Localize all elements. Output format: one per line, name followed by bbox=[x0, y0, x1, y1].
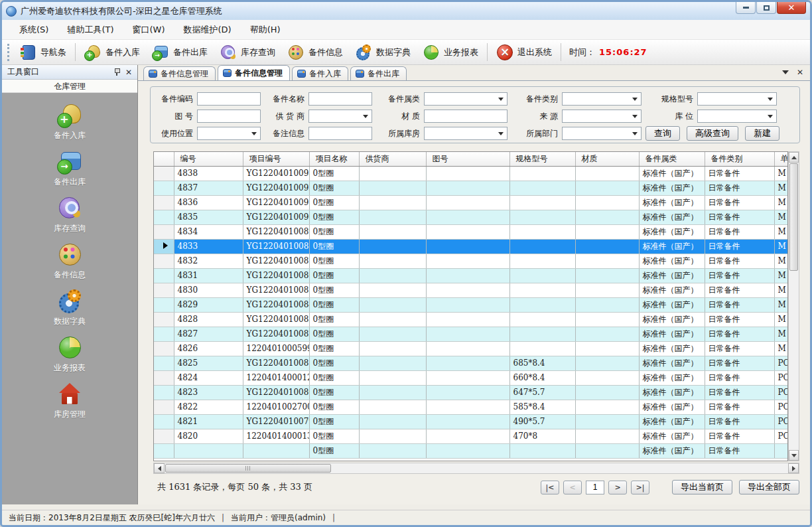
minimize-button[interactable] bbox=[736, 2, 756, 14]
column-header[interactable]: 材质 bbox=[575, 152, 639, 166]
menu-item[interactable]: 系统(S) bbox=[10, 21, 58, 39]
table-cell[interactable] bbox=[509, 297, 575, 312]
table-cell[interactable] bbox=[426, 239, 509, 254]
table-cell[interactable]: 标准件（国产） bbox=[639, 283, 705, 297]
tab-menu-icon[interactable] bbox=[782, 70, 789, 74]
export-current-page-button[interactable]: 导出当前页 bbox=[672, 480, 732, 494]
table-cell[interactable]: YG12204010087 bbox=[243, 254, 309, 268]
table-cell[interactable] bbox=[174, 443, 243, 458]
table-cell[interactable]: 日常备件 bbox=[705, 312, 774, 327]
table-cell[interactable]: 0型圈 bbox=[309, 312, 359, 327]
table-cell[interactable]: YG12204010084 bbox=[243, 297, 309, 312]
sidebar-item[interactable]: 数据字典 bbox=[54, 288, 86, 327]
table-cell[interactable]: YG12204010088 bbox=[243, 239, 309, 254]
table-cell[interactable]: 0型圈 bbox=[309, 297, 359, 312]
table-cell[interactable]: 标准件（国产） bbox=[639, 268, 705, 283]
table-cell[interactable]: 4833 bbox=[174, 239, 243, 254]
table-cell[interactable] bbox=[575, 356, 639, 370]
table-cell[interactable] bbox=[575, 166, 639, 181]
table-cell[interactable]: YG12204010081 bbox=[243, 356, 309, 370]
sidebar-item[interactable]: 备件入库 bbox=[54, 102, 86, 141]
table-cell[interactable] bbox=[426, 370, 509, 385]
table-cell[interactable] bbox=[509, 210, 575, 224]
vertical-scroll-thumb[interactable] bbox=[789, 163, 798, 271]
table-cell[interactable] bbox=[509, 195, 575, 210]
table-cell[interactable]: M bbox=[774, 210, 788, 224]
search-input[interactable] bbox=[197, 110, 261, 123]
table-cell[interactable] bbox=[575, 312, 639, 327]
table-cell[interactable] bbox=[426, 210, 509, 224]
table-cell[interactable] bbox=[509, 239, 575, 254]
table-row[interactable]: 4827YG122040100820型圈标准件（国产）日常备件M bbox=[154, 327, 788, 341]
table-cell[interactable]: 4820 bbox=[174, 429, 243, 443]
table-row[interactable]: 4837YG122040100920型圈标准件（国产）日常备件M bbox=[154, 181, 788, 195]
table-cell[interactable]: 日常备件 bbox=[705, 414, 774, 429]
table-cell[interactable]: 585*8.4 bbox=[509, 400, 575, 414]
last-page-button[interactable]: >| bbox=[631, 481, 649, 494]
table-cell[interactable] bbox=[575, 239, 639, 254]
table-cell[interactable]: 4834 bbox=[174, 224, 243, 239]
table-cell[interactable]: 4831 bbox=[174, 268, 243, 283]
table-cell[interactable]: 1220401002700 bbox=[243, 400, 309, 414]
toolbar-item[interactable]: 备件出库 bbox=[146, 42, 214, 63]
table-cell[interactable] bbox=[575, 268, 639, 283]
table-row[interactable]: 4830YG122040100850型圈标准件（国产）日常备件M bbox=[154, 283, 788, 297]
row-header-cell[interactable] bbox=[154, 400, 174, 414]
table-cell[interactable]: 4837 bbox=[174, 181, 243, 195]
column-header[interactable]: 备件类别 bbox=[705, 152, 774, 166]
tab[interactable]: 备件出库 bbox=[350, 66, 407, 80]
row-header-cell[interactable] bbox=[154, 166, 174, 181]
table-cell[interactable]: YG12204010082 bbox=[243, 327, 309, 341]
table-cell[interactable] bbox=[359, 370, 426, 385]
row-header-cell[interactable] bbox=[154, 224, 174, 239]
search-dropdown[interactable] bbox=[562, 110, 642, 123]
table-cell[interactable] bbox=[575, 327, 639, 341]
table-cell[interactable]: 0型圈 bbox=[309, 166, 359, 181]
table-cell[interactable] bbox=[359, 385, 426, 400]
column-header[interactable]: 供货商 bbox=[359, 152, 426, 166]
first-page-button[interactable]: |< bbox=[541, 481, 559, 494]
table-cell[interactable]: YG12204010086 bbox=[243, 268, 309, 283]
pin-icon[interactable] bbox=[113, 68, 120, 76]
table-cell[interactable]: 0型圈 bbox=[309, 400, 359, 414]
table-cell[interactable]: 490*5.7 bbox=[509, 414, 575, 429]
table-cell[interactable] bbox=[243, 443, 309, 458]
table-cell[interactable]: 日常备件 bbox=[705, 297, 774, 312]
table-cell[interactable]: 标准件（国产） bbox=[639, 239, 705, 254]
table-cell[interactable] bbox=[359, 224, 426, 239]
table-cell[interactable]: 4836 bbox=[174, 195, 243, 210]
table-cell[interactable] bbox=[575, 443, 639, 458]
table-cell[interactable] bbox=[509, 283, 575, 297]
table-cell[interactable] bbox=[575, 414, 639, 429]
table-cell[interactable]: 4823 bbox=[174, 385, 243, 400]
sidebar-item[interactable]: 备件出库 bbox=[54, 149, 86, 188]
table-row[interactable]: 4831YG122040100860型圈标准件（国产）日常备件M bbox=[154, 268, 788, 283]
tab[interactable]: 备件入库 bbox=[292, 66, 348, 80]
table-cell[interactable] bbox=[359, 429, 426, 443]
table-cell[interactable]: 4826 bbox=[174, 341, 243, 356]
table-cell[interactable]: M bbox=[774, 268, 788, 283]
table-row[interactable]: 4823YG122040100800型圈647*5.7标准件（国产）日常备件PC bbox=[154, 385, 788, 400]
table-cell[interactable]: 0型圈 bbox=[309, 195, 359, 210]
table-cell[interactable] bbox=[575, 429, 639, 443]
table-cell[interactable] bbox=[575, 254, 639, 268]
horizontal-scroll-thumb[interactable] bbox=[165, 464, 331, 473]
table-cell[interactable] bbox=[426, 443, 509, 458]
table-cell[interactable] bbox=[359, 181, 426, 195]
table-cell[interactable]: M bbox=[774, 297, 788, 312]
table-cell[interactable]: M bbox=[774, 283, 788, 297]
table-cell[interactable]: 日常备件 bbox=[705, 224, 774, 239]
table-row[interactable]: 4834YG122040100890型圈标准件（国产）日常备件M bbox=[154, 224, 788, 239]
table-cell[interactable]: 0型圈 bbox=[309, 268, 359, 283]
table-cell[interactable]: M bbox=[774, 254, 788, 268]
table-cell[interactable] bbox=[509, 181, 575, 195]
table-row[interactable]: 482212204010027000型圈585*8.4标准件（国产）日常备件PC bbox=[154, 400, 788, 414]
table-cell[interactable] bbox=[359, 443, 426, 458]
table-cell[interactable] bbox=[774, 443, 788, 458]
maximize-button[interactable] bbox=[756, 2, 776, 14]
table-cell[interactable]: 标准件（国产） bbox=[639, 312, 705, 327]
table-cell[interactable]: PC bbox=[774, 385, 788, 400]
row-header-cell[interactable] bbox=[154, 254, 174, 268]
search-dropdown[interactable] bbox=[562, 92, 642, 106]
table-row[interactable]: 4833YG122040100880型圈标准件（国产）日常备件M bbox=[154, 239, 788, 254]
